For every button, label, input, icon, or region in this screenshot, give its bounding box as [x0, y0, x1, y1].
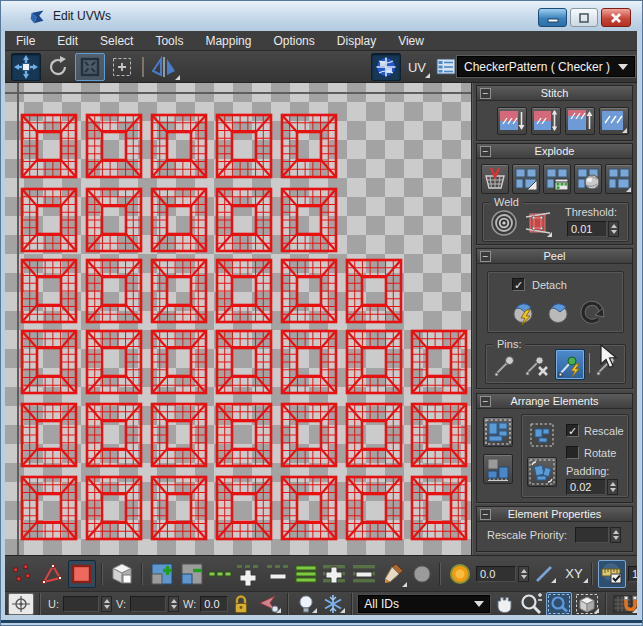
flatten-by-smoothing-button[interactable]: [574, 164, 602, 194]
edge-loop-button[interactable]: [208, 564, 232, 584]
rescale-elements-button[interactable]: [483, 454, 513, 484]
target-weld-button[interactable]: [489, 208, 519, 238]
unpin-tool-button[interactable]: [523, 351, 551, 379]
element-mode-button[interactable]: [108, 560, 136, 588]
padding-field[interactable]: 0.02: [566, 479, 606, 495]
flatten-by-angle-button[interactable]: [512, 164, 540, 194]
options-list-icon: [436, 58, 456, 76]
soft-selection-button[interactable]: [446, 560, 474, 588]
paint-select-button[interactable]: [380, 560, 408, 588]
vertex-mode-button[interactable]: [8, 560, 36, 588]
auto-pin-button[interactable]: [555, 349, 585, 380]
maximize-button[interactable]: [570, 8, 598, 27]
menu-mapping[interactable]: Mapping: [194, 31, 262, 51]
freeform-tool-button[interactable]: [107, 53, 137, 81]
zoom-button[interactable]: [518, 594, 544, 614]
brush-falloff-button[interactable]: [410, 564, 434, 584]
stitch-to-target-button[interactable]: [497, 107, 527, 135]
menu-select[interactable]: Select: [89, 31, 144, 51]
minimize-button[interactable]: [538, 8, 567, 27]
show-map-button[interactable]: [371, 53, 401, 81]
scale-tool-button[interactable]: [75, 53, 105, 81]
soft-selection-spinner[interactable]: [518, 566, 529, 582]
absolute-mode-button[interactable]: [8, 593, 34, 615]
menu-file[interactable]: File: [5, 31, 46, 51]
collapse-icon[interactable]: −: [480, 146, 491, 157]
w-field[interactable]: 0.0: [200, 596, 228, 612]
zoom-extents-button[interactable]: [574, 594, 600, 614]
soft-selection-value-field[interactable]: 0.0: [476, 566, 516, 582]
stitch-custom-icon: [601, 109, 627, 133]
grow-selection-button[interactable]: [148, 560, 176, 588]
rescale-checkbox[interactable]: ✓: [566, 424, 579, 437]
bulb-icon: [297, 594, 315, 614]
zoom-region-button[interactable]: [546, 592, 572, 616]
ring-grow-button[interactable]: [320, 560, 348, 588]
pin-tool-button[interactable]: [491, 351, 519, 379]
u-field[interactable]: [63, 596, 99, 612]
uv-space-flyout[interactable]: UV: [403, 55, 431, 79]
arrange-header[interactable]: − Arrange Elements: [477, 394, 632, 409]
face-mode-button[interactable]: [68, 560, 96, 588]
rescale-priority-spinner[interactable]: [610, 527, 621, 543]
pack-normalize-button[interactable]: [483, 417, 513, 447]
collapse-icon[interactable]: −: [480, 88, 491, 99]
pack-rotate-button[interactable]: [527, 457, 557, 487]
ring-shrink-button[interactable]: [350, 560, 378, 588]
filter-selected-faces-button[interactable]: [294, 594, 318, 614]
snap-toggle-button[interactable]: [612, 594, 638, 614]
explode-header[interactable]: − Explode: [477, 144, 632, 159]
v-spinner[interactable]: [168, 596, 179, 612]
stitch-to-source-button[interactable]: [565, 107, 595, 135]
menu-options[interactable]: Options: [262, 31, 325, 51]
rotate-checkbox[interactable]: [566, 446, 579, 459]
weld-selected-button[interactable]: [523, 208, 553, 238]
lock-selection-button[interactable]: [230, 594, 252, 614]
falloff-curve-button[interactable]: [531, 564, 557, 584]
close-button[interactable]: [601, 8, 631, 27]
v-field[interactable]: [130, 596, 166, 612]
mirror-tool-button[interactable]: [147, 53, 181, 81]
collapse-icon[interactable]: −: [480, 396, 491, 407]
flatten-custom-button[interactable]: [605, 164, 633, 194]
hide-selected-button[interactable]: [254, 594, 282, 614]
shrink-selection-button[interactable]: [178, 560, 206, 588]
collapse-icon[interactable]: −: [480, 251, 491, 262]
flatten-by-material-button[interactable]: [543, 164, 571, 194]
menu-edit[interactable]: Edit: [46, 31, 89, 51]
stitch-header[interactable]: − Stitch: [477, 86, 632, 101]
peel-header[interactable]: − Peel: [477, 249, 632, 264]
snap-settings-button[interactable]: [598, 560, 626, 588]
threshold-spinner[interactable]: [608, 221, 619, 237]
loop-grow-button[interactable]: [234, 560, 262, 588]
falloff-space-button[interactable]: XY: [559, 564, 589, 584]
title-bar[interactable]: Edit UVWs: [1, 1, 643, 31]
detach-checkbox[interactable]: ✓: [512, 278, 525, 291]
edge-ring-button[interactable]: [294, 564, 318, 584]
break-button[interactable]: [481, 164, 509, 194]
pack-tight-button[interactable]: [528, 421, 556, 449]
stitch-to-average-button[interactable]: [531, 107, 561, 135]
move-tool-button[interactable]: [11, 53, 41, 81]
collapse-icon[interactable]: −: [480, 509, 491, 520]
padding-spinner[interactable]: [607, 479, 618, 495]
pan-button[interactable]: [492, 594, 516, 614]
menu-display[interactable]: Display: [326, 31, 387, 51]
loop-shrink-button[interactable]: [264, 560, 292, 588]
quick-peel-button[interactable]: [510, 297, 540, 327]
threshold-field[interactable]: 0.01: [567, 221, 607, 237]
uv-canvas[interactable]: [5, 83, 471, 555]
u-spinner[interactable]: [101, 596, 112, 612]
stitch-custom-button[interactable]: [599, 107, 629, 135]
rotate-tool-button[interactable]: [43, 53, 73, 81]
peel-mode-button[interactable]: [544, 297, 574, 327]
edge-mode-button[interactable]: [38, 560, 66, 588]
menu-view[interactable]: View: [387, 31, 435, 51]
material-id-dropdown[interactable]: All IDs: [358, 595, 490, 613]
reset-peel-button[interactable]: [578, 297, 608, 327]
rescale-priority-field[interactable]: [575, 527, 609, 543]
menu-tools[interactable]: Tools: [144, 31, 194, 51]
freeze-selected-button[interactable]: [320, 594, 346, 614]
background-texture-dropdown[interactable]: CheckerPattern ( Checker ): [457, 56, 635, 77]
element-properties-header[interactable]: − Element Properties: [477, 507, 632, 522]
